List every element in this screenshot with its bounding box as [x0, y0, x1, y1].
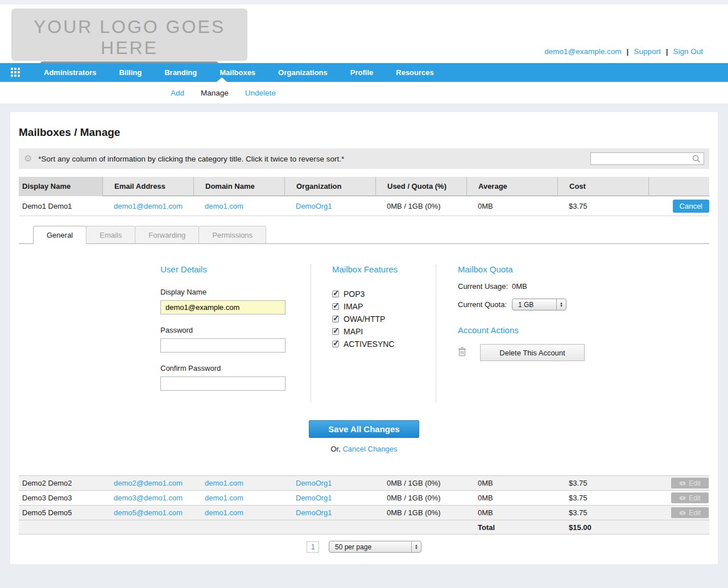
account-email-link[interactable]: demo1@example.com	[544, 47, 621, 56]
nav-item-administrators[interactable]: Administrators	[44, 68, 96, 77]
signout-link[interactable]: Sign Out	[673, 47, 703, 56]
pagination: 1 50 per page ▲▼	[19, 541, 709, 553]
per-page-select[interactable]: 50 per page ▲▼	[329, 541, 421, 553]
table-header-row: Display Name Email Address Domain Name O…	[19, 177, 709, 196]
nav-item-mailboxes[interactable]: Mailboxes	[220, 68, 255, 77]
page-number-button[interactable]: 1	[307, 541, 319, 553]
logo-placeholder-text: YOUR LOGO GOES HERE	[11, 16, 247, 59]
cell-email-link[interactable]: demo2@demo1.com	[114, 479, 183, 487]
feature-activesync[interactable]: ACTIVESYNC	[332, 338, 398, 350]
cell-organization-link[interactable]: DemoOrg1	[296, 202, 332, 210]
search-input[interactable]	[590, 152, 704, 165]
nav-item-profile[interactable]: Profile	[350, 68, 373, 77]
tab-permissions[interactable]: Permissions	[198, 226, 266, 243]
cell-domain-link[interactable]: demo1.com	[205, 508, 243, 517]
logo-upload-area[interactable]: YOUR LOGO GOES HERE CLICK HERE TO UPLOAD…	[11, 9, 247, 61]
per-page-value: 50 per page	[329, 543, 411, 551]
column-header-used-quota[interactable]: Used / Quota (%)	[375, 177, 466, 196]
column-header-organization[interactable]: Organization	[284, 177, 375, 196]
edit-button[interactable]: Edit	[671, 507, 709, 518]
quota-select-value: 1 GB	[512, 301, 556, 309]
feature-label: POP3	[344, 289, 365, 299]
cell-domain-link[interactable]: demo1.com	[205, 202, 243, 210]
current-usage-label: Current Usage:	[458, 282, 512, 291]
cancel-changes-link[interactable]: Cancel Changes	[342, 445, 397, 453]
cell-domain-link[interactable]: demo1.com	[205, 479, 243, 487]
tab-emails[interactable]: Emails	[86, 226, 135, 243]
account-actions-heading: Account Actions	[458, 325, 594, 335]
cell-display-name: Demo5 Demo5	[19, 508, 102, 517]
trash-icon	[458, 347, 466, 359]
cell-email-link[interactable]: demo5@demo1.com	[114, 508, 183, 517]
cell-organization-link[interactable]: DemoOrg1	[296, 508, 332, 517]
apps-grid-icon[interactable]	[11, 68, 21, 78]
feature-pop3[interactable]: POP3	[332, 288, 398, 300]
column-header-cost[interactable]: Cost	[557, 177, 648, 196]
gear-icon: ⚙	[24, 154, 32, 163]
cell-email-link[interactable]: demo1@demo1.com	[114, 202, 183, 210]
mailbox-quota-heading: Mailbox Quota	[458, 264, 594, 274]
user-details-section: User Details Display Name Password Confi…	[160, 264, 287, 391]
password-label: Password	[160, 326, 287, 334]
display-name-label: Display Name	[160, 288, 287, 296]
sub-nav: Add Manage Undelete	[0, 82, 728, 103]
checkbox-icon[interactable]	[332, 303, 339, 310]
support-link[interactable]: Support	[634, 47, 660, 56]
editor-tabs: General Emails Forwarding Permissions	[19, 226, 709, 244]
eye-icon	[679, 511, 686, 515]
feature-owa-http[interactable]: OWA/HTTP	[332, 313, 398, 325]
mailbox-quota-section: Mailbox Quota Current Usage: 0MB Current…	[458, 264, 594, 361]
cancel-edit-button[interactable]: Cancel	[673, 200, 709, 213]
cell-email-link[interactable]: demo3@demo1.com	[114, 494, 183, 502]
edit-button[interactable]: Edit	[671, 478, 709, 488]
tab-forwarding[interactable]: Forwarding	[135, 226, 199, 243]
mailbox-editor: User Details Display Name Password Confi…	[19, 244, 709, 475]
mailbox-features-heading: Mailbox Features	[332, 264, 398, 274]
cell-cost: $3.75	[557, 479, 648, 487]
display-name-input[interactable]	[160, 300, 286, 314]
eye-icon	[679, 481, 686, 486]
delete-account-button[interactable]: Delete This Account	[480, 344, 585, 361]
cell-average: 0MB	[466, 479, 557, 487]
nav-item-billing[interactable]: Billing	[119, 68, 142, 77]
feature-mapi[interactable]: MAPI	[332, 325, 398, 338]
cell-domain-link[interactable]: demo1.com	[205, 494, 243, 502]
current-quota-label: Current Quota:	[458, 300, 512, 309]
column-header-email[interactable]: Email Address	[102, 177, 193, 196]
cell-organization-link[interactable]: DemoOrg1	[296, 494, 332, 502]
sort-hint-bar: ⚙ *Sort any column of information by cli…	[19, 148, 709, 169]
column-header-display-name[interactable]: Display Name	[19, 177, 102, 196]
edit-button[interactable]: Edit	[671, 492, 709, 503]
quota-select[interactable]: 1 GB ▲▼	[512, 299, 566, 310]
nav-item-resources[interactable]: Resources	[396, 68, 433, 77]
subnav-item-undelete[interactable]: Undelete	[245, 89, 276, 97]
table-row-selected: Demo1 Demo1 demo1@demo1.com demo1.com De…	[19, 196, 709, 216]
search-box	[590, 152, 704, 165]
window-top-strip	[0, 0, 728, 5]
user-details-heading: User Details	[160, 264, 287, 274]
or-label: Or,	[330, 445, 340, 453]
cell-display-name: Demo1 Demo1	[19, 202, 102, 210]
confirm-password-input[interactable]	[160, 376, 286, 391]
subnav-item-manage[interactable]: Manage	[201, 89, 229, 97]
password-input[interactable]	[160, 338, 286, 353]
checkbox-icon[interactable]	[332, 341, 339, 347]
column-header-domain[interactable]: Domain Name	[193, 177, 284, 196]
cell-organization-link[interactable]: DemoOrg1	[296, 479, 332, 487]
cell-used-quota: 0MB / 1GB (0%)	[375, 508, 466, 517]
cell-cost: $3.75	[557, 202, 648, 210]
content-panel: Mailboxes / Manage ⚙ *Sort any column of…	[10, 112, 718, 564]
tab-general[interactable]: General	[33, 226, 86, 244]
checkbox-icon[interactable]	[332, 316, 339, 322]
feature-imap[interactable]: IMAP	[332, 300, 398, 313]
checkbox-icon[interactable]	[332, 328, 339, 335]
page-title: Mailboxes / Manage	[19, 112, 709, 148]
nav-item-branding[interactable]: Branding	[164, 68, 197, 77]
column-header-average[interactable]: Average	[466, 177, 557, 196]
nav-item-organizations[interactable]: Organizations	[278, 68, 328, 77]
cell-display-name: Demo2 Demo2	[19, 479, 102, 487]
save-all-changes-button[interactable]: Save All Changes	[309, 420, 419, 438]
checkbox-icon[interactable]	[332, 291, 339, 297]
subnav-item-add[interactable]: Add	[171, 89, 184, 97]
column-header-actions	[648, 177, 709, 196]
